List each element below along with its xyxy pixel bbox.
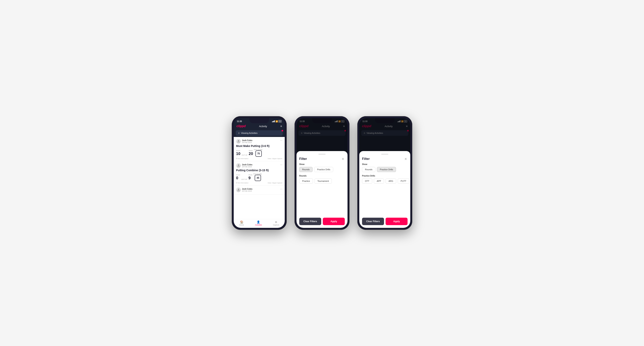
app-btn[interactable]: APP (374, 178, 384, 183)
user-name-3: Josh Coles (242, 188, 252, 190)
wifi-icon: 📶 (276, 120, 278, 123)
menu-icon[interactable]: ≡ (280, 125, 282, 128)
svg-point-2 (238, 189, 239, 190)
nav-title: Activity (259, 125, 267, 128)
shots-label-2: Shots (248, 174, 252, 176)
activities-icon: 👤 (257, 220, 260, 223)
show-buttons-2: Rounds Practice Drills (299, 167, 345, 172)
close-button-3[interactable]: ✕ (404, 157, 408, 161)
activities-label: Activities (255, 224, 262, 226)
data-source-1: Data: Clippd Capture (268, 158, 282, 160)
modal-header-2: Filter ✕ (299, 157, 345, 161)
card-footer-2: ℹ Test Information Data: Clippd Capture (236, 182, 282, 184)
drills-buttons-3: OTT APP ARG PUTT (362, 178, 408, 183)
shots-label-1: Shots (248, 150, 253, 152)
signal-bar-4 (274, 120, 275, 122)
data-source-2: Data: Clippd Capture (268, 182, 282, 184)
viewing-activities-bar[interactable]: ⚙ Viewing Activities (236, 130, 283, 136)
app-logo: clippd (236, 124, 246, 128)
avatar-1 (236, 139, 241, 144)
signal-bar-2 (273, 121, 273, 122)
show-section-3: Show Rounds Practice Drills (362, 163, 408, 175)
activity-title-2: Putting Combine (3-15 ft) (236, 169, 282, 172)
phone-filter-rounds: 11:33 📶 31 clippd Activity ≡ ⚙ Viewing A… (294, 116, 350, 230)
shots-value-1: 20 (248, 152, 253, 156)
arg-btn[interactable]: ARG (386, 178, 396, 183)
svg-point-1 (238, 164, 239, 166)
show-label-3: Show (362, 163, 408, 165)
rounds-label-2: Rounds (299, 175, 345, 177)
close-button-2[interactable]: ✕ (341, 157, 345, 161)
notification-dot (282, 130, 283, 132)
phone-filter-drills: 11:33 📶 31 clippd Activity ≡ ⚙ Viewing A… (357, 116, 412, 230)
show-drills-btn-3[interactable]: Practice Drills (377, 167, 396, 172)
user-date-2: 28 Feb 2023 (242, 166, 252, 168)
phone-activity: 11:33 📶 31 clippd Activity ≡ ⚙ Viewing A… (232, 116, 287, 230)
top-nav: clippd Activity ≡ (234, 123, 285, 129)
avatar-2 (236, 163, 241, 168)
capture-icon: ⊕ (275, 220, 277, 223)
filter-modal-drills: Filter ✕ Show Rounds Practice Drills Pra… (359, 151, 410, 228)
nav-activities[interactable]: 👤 Activities (255, 220, 262, 226)
user-info-1: Josh Coles 28 Feb 2023 (236, 139, 252, 144)
clear-filters-btn-3[interactable]: Clear Filters (362, 218, 384, 225)
time: 11:33 (237, 120, 242, 123)
score-value-2: 0 (236, 176, 238, 180)
modal-handle-3 (381, 154, 388, 155)
activity-card-3: Josh Coles 28 Feb 2023 ··· (234, 185, 285, 195)
filter-sliders-icon: ⚙ (238, 132, 240, 134)
activity-list: Josh Coles 28 Feb 2023 ··· Must Make Put… (234, 137, 285, 219)
show-rounds-btn-3[interactable]: Rounds (362, 167, 375, 172)
activity-title-1: Must Make Putting (3-6 ft) (236, 144, 282, 148)
test-info-2: ℹ Test Information (236, 182, 248, 184)
rounds-buttons-2: Practice Tournament (299, 178, 345, 183)
clear-filters-btn-2[interactable]: Clear Filters (299, 218, 321, 225)
signal-bar-3 (274, 121, 274, 122)
show-section-2: Show Rounds Practice Drills (299, 163, 345, 175)
test-info-1: ℹ Test Information (236, 158, 248, 160)
putt-btn[interactable]: PUTT (398, 178, 409, 183)
activity-card-2: Josh Coles 28 Feb 2023 ··· Putting Combi… (234, 161, 285, 185)
apply-btn-2[interactable]: Apply (323, 218, 345, 225)
nav-capture[interactable]: ⊕ Capture (273, 220, 279, 226)
sq-label-2: Shot Quality (253, 173, 262, 175)
more-options-3[interactable]: ··· (280, 187, 282, 190)
sq-badge-2: 45 (255, 175, 261, 181)
home-icon: 🏠 (240, 220, 243, 223)
modal-footer-2: Clear Filters Apply (299, 218, 345, 225)
activity-card-1: Josh Coles 28 Feb 2023 ··· Must Make Put… (234, 137, 285, 161)
nav-home[interactable]: 🏠 Home (239, 220, 244, 226)
avatar-3 (236, 187, 241, 192)
viewing-activities-text: Viewing Activities (241, 132, 258, 134)
show-rounds-btn-2[interactable]: Rounds (299, 167, 312, 172)
modal-footer-3: Clear Filters Apply (362, 218, 408, 225)
card-footer-1: ℹ Test Information Data: Clippd Capture (236, 158, 282, 160)
out-of-2: OUT OF (241, 178, 247, 181)
ott-btn[interactable]: OTT (362, 178, 372, 183)
rounds-section-2: Rounds Practice Tournament (299, 175, 345, 186)
score-label-1: Score (236, 150, 240, 152)
filter-title-2: Filter (299, 157, 307, 161)
user-name-1: Josh Coles (242, 139, 252, 142)
modal-handle-2 (318, 154, 326, 155)
user-name-2: Josh Coles (242, 164, 252, 166)
filter-title-3: Filter (362, 157, 370, 161)
status-icons: 📶 31 (272, 120, 282, 123)
score-label-2: Score (236, 174, 240, 176)
show-label-2: Show (299, 163, 345, 165)
home-label: Home (239, 224, 244, 226)
more-options-1[interactable]: ··· (280, 139, 282, 142)
modal-header-3: Filter ✕ (362, 157, 408, 161)
apply-btn-3[interactable]: Apply (386, 218, 408, 225)
drills-section-3: Practice Drills OTT APP ARG PUTT (362, 175, 408, 186)
stats-row-1: Score 10 OUT OF Shots 20 Shot Quality 75 (236, 149, 282, 157)
user-date-3: 28 Feb 2023 (242, 190, 252, 192)
drills-label-3: Practice Drills (362, 175, 408, 177)
user-date-1: 28 Feb 2023 (242, 142, 252, 143)
user-info-3: Josh Coles 28 Feb 2023 (236, 187, 252, 192)
show-drills-btn-2[interactable]: Practice Drills (314, 167, 333, 172)
more-options-2[interactable]: ··· (280, 163, 282, 166)
tournament-btn-2[interactable]: Tournament (314, 178, 332, 183)
practice-btn-2[interactable]: Practice (299, 178, 313, 183)
user-info-2: Josh Coles 28 Feb 2023 (236, 163, 252, 168)
